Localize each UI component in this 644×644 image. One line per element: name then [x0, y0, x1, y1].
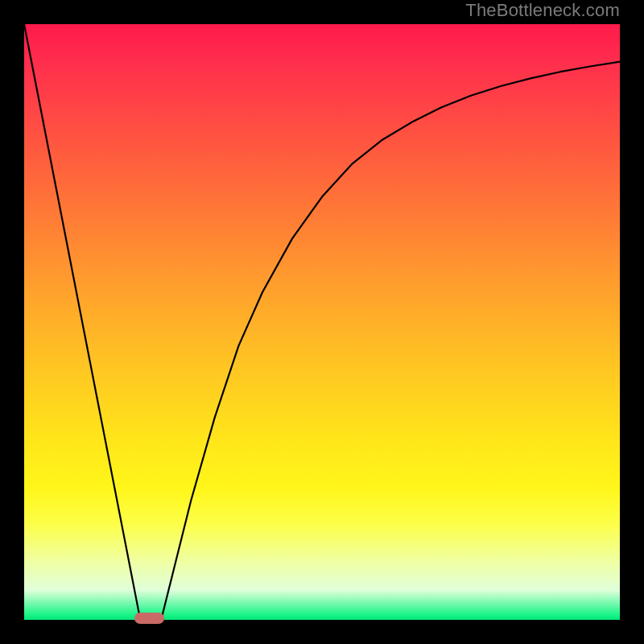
bottleneck-curve	[24, 24, 620, 620]
bottleneck-chart: TheBottleneck.com	[0, 0, 644, 644]
plot-area	[24, 24, 620, 620]
optimal-range-marker	[134, 613, 164, 624]
watermark-text: TheBottleneck.com	[465, 0, 620, 21]
